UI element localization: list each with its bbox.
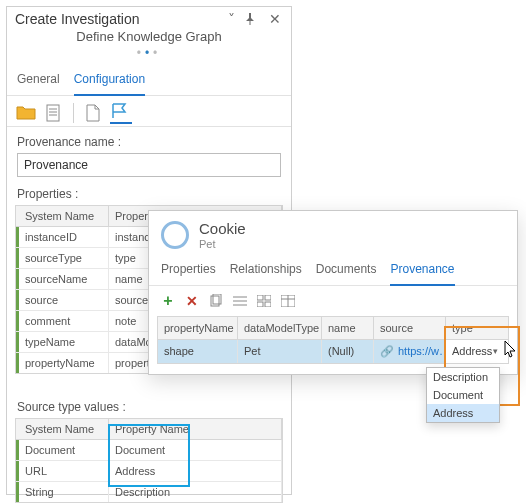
tab-relationships[interactable]: Relationships xyxy=(230,256,302,285)
close-icon[interactable]: ✕ xyxy=(267,11,283,27)
dropdown-option[interactable]: Description xyxy=(427,368,499,386)
col-name: name xyxy=(322,317,374,339)
table-icon[interactable] xyxy=(279,292,297,310)
properties-label: Properties : xyxy=(7,181,291,205)
provenance-toolbar: + ✕ xyxy=(149,286,517,316)
col-propertyName: propertyName xyxy=(158,317,238,339)
list-icon[interactable] xyxy=(231,292,249,310)
tab-general[interactable]: General xyxy=(17,66,60,95)
tab-documents[interactable]: Documents xyxy=(316,256,377,285)
flag-icon[interactable] xyxy=(110,102,132,124)
svg-rect-10 xyxy=(265,295,271,300)
source-type-values-grid[interactable]: System Name Property Name DocumentDocume… xyxy=(15,418,283,503)
provenance-grid[interactable]: propertyName dataModelType name source t… xyxy=(157,316,509,364)
svg-rect-0 xyxy=(47,105,59,121)
new-page-icon[interactable] xyxy=(82,102,104,124)
config-toolbar xyxy=(7,96,291,127)
svg-rect-12 xyxy=(265,302,271,307)
entity-icon xyxy=(161,221,189,249)
cell-source[interactable]: 🔗https://w… xyxy=(374,340,446,363)
col-dataModelType: dataModelType xyxy=(238,317,322,339)
cell-propertyName: shape xyxy=(158,340,238,363)
col-source: source xyxy=(374,317,446,339)
grid-icon[interactable] xyxy=(255,292,273,310)
tab-configuration[interactable]: Configuration xyxy=(74,66,145,96)
provenance-name-input[interactable] xyxy=(17,153,281,177)
table-row: DocumentDocument xyxy=(16,440,282,461)
entity-popover: Cookie Pet Properties Relationships Docu… xyxy=(148,210,518,375)
type-dropdown-menu: Description Document Address xyxy=(426,367,500,423)
dropdown-option[interactable]: Document xyxy=(427,386,499,404)
copy-icon[interactable] xyxy=(207,292,225,310)
col-system-name-2: System Name xyxy=(19,419,109,439)
provenance-name-label: Provenance name : xyxy=(17,135,281,149)
chevron-down-icon[interactable]: ▾ xyxy=(493,346,502,356)
panel-title: Create Investigation xyxy=(15,11,140,27)
svg-rect-11 xyxy=(257,302,263,307)
add-button[interactable]: + xyxy=(159,292,177,310)
provenance-row[interactable]: shape Pet (Null) 🔗https://w… Address ▾ xyxy=(158,340,508,363)
table-row: URLAddress xyxy=(16,461,282,482)
panel-subtitle: Define Knowledge Graph xyxy=(7,29,291,44)
col-type: type xyxy=(446,317,508,339)
entity-title: Cookie xyxy=(199,221,246,238)
panel-tabs: General Configuration xyxy=(7,66,291,96)
titlebar: Create Investigation ˅ ✕ xyxy=(7,7,291,27)
source-type-values-label: Source type values : xyxy=(7,394,291,418)
delete-button[interactable]: ✕ xyxy=(183,292,201,310)
collapse-icon[interactable]: ˅ xyxy=(223,11,239,27)
svg-rect-9 xyxy=(257,295,263,300)
pin-icon[interactable] xyxy=(245,13,261,25)
entity-tabs: Properties Relationships Documents Prove… xyxy=(149,256,517,286)
col-system-name: System Name xyxy=(19,206,109,226)
folder-icon[interactable] xyxy=(15,102,37,124)
step-indicator: ••• xyxy=(7,46,291,60)
tab-provenance[interactable]: Provenance xyxy=(390,256,454,286)
cell-type-dropdown[interactable]: Address ▾ xyxy=(446,340,508,363)
link-icon: 🔗 xyxy=(380,345,394,357)
cursor-icon xyxy=(504,340,518,358)
table-row: StringDescription xyxy=(16,482,282,502)
dropdown-option-selected[interactable]: Address xyxy=(427,404,499,422)
cell-name: (Null) xyxy=(322,340,374,363)
page-icon[interactable] xyxy=(43,102,65,124)
entity-subtitle: Pet xyxy=(199,238,246,250)
cell-dataModelType: Pet xyxy=(238,340,322,363)
tab-properties[interactable]: Properties xyxy=(161,256,216,285)
col-property-name-2: Property Name xyxy=(109,419,282,439)
